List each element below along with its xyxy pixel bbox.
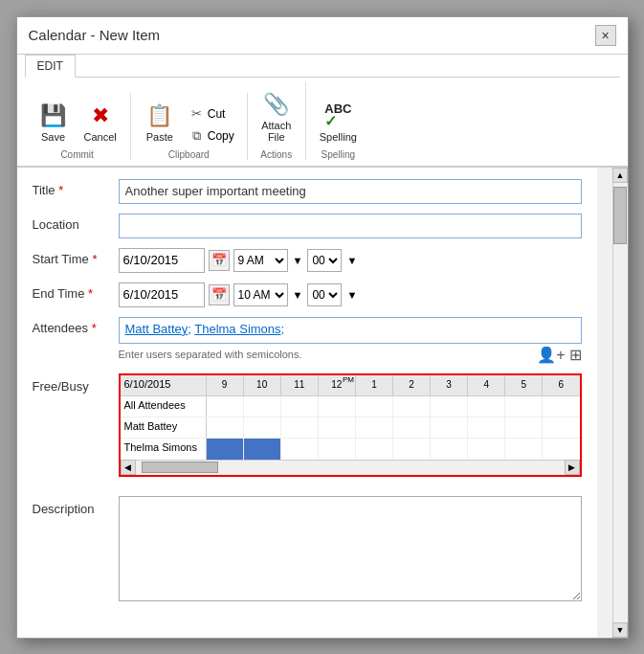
spelling-group-label: Spelling [322, 149, 356, 160]
spelling-buttons: ABC ✓ Spelling [314, 97, 363, 147]
scroll-thumb[interactable] [613, 187, 627, 244]
end-time-row: End Time * 📅 10 AM 11 AM 12 PM 1 PM ▼ [33, 282, 582, 307]
attendees-row: Attendees * Matt Battey; Thelma Simons; … [33, 317, 582, 364]
slot-all-4 [319, 396, 356, 417]
close-button[interactable]: × [595, 25, 616, 46]
start-date-input[interactable] [119, 248, 205, 273]
slot-matt-6 [393, 417, 431, 438]
save-label: Save [41, 131, 65, 143]
copy-icon: ⧉ [189, 128, 205, 144]
title-field [119, 179, 582, 204]
scroll-up-arrow[interactable]: ▲ [612, 168, 628, 183]
hour-10: 10 [244, 375, 281, 395]
calendar-new-item-dialog: Calendar - New Item × EDIT 💾 Save ✖ Canc… [16, 16, 629, 639]
freebusy-all-row [207, 396, 580, 417]
slot-matt-7 [431, 417, 468, 438]
hour-9: 9 [207, 375, 244, 395]
attendee-matt: Matt Battey [125, 322, 189, 336]
freebusy-hours-header: 9 10 11 12PM 1 2 3 4 5 6 [207, 375, 580, 396]
actions-buttons: 📎 AttachFile [255, 85, 298, 147]
tab-edit[interactable]: EDIT [25, 55, 76, 78]
hour-6: 6 [543, 375, 579, 395]
attendees-grid-icon[interactable]: ⊞ [569, 346, 582, 364]
paste-icon: 📋 [144, 101, 175, 131]
location-input[interactable] [119, 214, 582, 238]
commit-buttons: 💾 Save ✖ Cancel [33, 97, 122, 147]
end-date-input[interactable] [119, 282, 205, 307]
slot-thelma-10 [543, 439, 579, 460]
start-time-row: Start Time * 📅 9 AM 10 AM 11 AM 12 PM ▼ [33, 248, 582, 273]
dialog-body: Title * Location Start Time * [17, 168, 628, 638]
clipboard-buttons: 📋 Paste ✂ Cut ⧉ Copy [139, 97, 239, 147]
slot-matt-8 [468, 417, 505, 438]
start-calendar-button[interactable]: 📅 [209, 250, 230, 271]
slot-thelma-3 [281, 439, 319, 460]
slot-matt-2 [244, 417, 281, 438]
freebusy-matt: Matt Battey [121, 417, 207, 439]
slot-all-3 [281, 396, 319, 417]
start-hour-select[interactable]: 9 AM 10 AM 11 AM 12 PM [233, 249, 288, 272]
ribbon-group-clipboard: 📋 Paste ✂ Cut ⧉ Copy Clipboar [131, 93, 248, 160]
description-field [119, 496, 582, 604]
title-input[interactable] [119, 179, 582, 204]
hour-12: 12PM [319, 375, 356, 395]
slot-thelma-4 [319, 439, 356, 460]
slot-all-2 [244, 396, 281, 417]
end-time-label: End Time * [33, 282, 119, 301]
attach-icon: 📎 [261, 89, 292, 120]
cut-copy-column: ✂ Cut ⧉ Copy [185, 103, 239, 147]
start-time-field: 📅 9 AM 10 AM 11 AM 12 PM ▼ 00 15 30 [119, 248, 582, 273]
slot-thelma-busy-1 [207, 439, 244, 460]
end-calendar-button[interactable]: 📅 [209, 284, 230, 305]
dialog-title: Calendar - New Item [29, 27, 161, 43]
attach-file-button[interactable]: 📎 AttachFile [255, 85, 298, 147]
freebusy-grid: 9 10 11 12PM 1 2 3 4 5 6 [207, 375, 580, 460]
spelling-icon: ABC ✓ [322, 101, 353, 131]
ribbon-groups: 💾 Save ✖ Cancel Commit 📋 Paste [25, 81, 620, 160]
slot-all-1 [207, 396, 244, 417]
slot-thelma-6 [393, 439, 431, 460]
add-attendee-icon[interactable]: 👤+ [537, 346, 565, 364]
location-field [119, 214, 582, 238]
title-bar: Calendar - New Item × [17, 17, 628, 55]
hour-11: 11 [281, 375, 319, 395]
attendees-hint: Enter users separated with semicolons. [119, 349, 302, 360]
slot-thelma-7 [431, 439, 468, 460]
slot-matt-4 [319, 417, 356, 438]
slot-all-10 [543, 396, 579, 417]
end-datetime-row: 📅 10 AM 11 AM 12 PM 1 PM ▼ 00 15 30 [119, 282, 582, 307]
end-min-select[interactable]: 00 15 30 45 [307, 283, 342, 306]
end-hour-select[interactable]: 10 AM 11 AM 12 PM 1 PM [233, 283, 288, 306]
paste-button[interactable]: 📋 Paste [139, 97, 181, 147]
description-input[interactable] [119, 496, 582, 601]
copy-button[interactable]: ⧉ Copy [185, 125, 239, 147]
cut-icon: ✂ [189, 106, 205, 122]
save-button[interactable]: 💾 Save [33, 97, 75, 147]
hscroll-thumb[interactable] [142, 462, 218, 473]
paste-label: Paste [146, 131, 173, 143]
freebusy-thelma-row [207, 439, 580, 460]
ribbon-tabs: EDIT [25, 55, 620, 78]
freebusy-names: All Attendees Matt Battey Thelma Simons [121, 396, 207, 460]
spelling-button[interactable]: ABC ✓ Spelling [314, 97, 363, 147]
location-row: Location [33, 214, 582, 238]
attendees-input[interactable]: Matt Battey; Thelma Simons; [119, 317, 582, 344]
hour-2: 2 [393, 375, 431, 395]
location-label: Location [33, 214, 119, 232]
hour-4: 4 [468, 375, 505, 395]
start-time-label: Start Time * [33, 248, 119, 266]
hour-1: 1 [356, 375, 393, 395]
cancel-button[interactable]: ✖ Cancel [78, 97, 122, 147]
start-min-select[interactable]: 00 15 30 45 [307, 249, 342, 272]
freebusy-section: 6/10/2015 All Attendees Matt Battey Thel… [119, 373, 582, 477]
slot-matt-5 [356, 417, 393, 438]
cut-button[interactable]: ✂ Cut [185, 103, 239, 124]
cut-label: Cut [208, 107, 226, 121]
clipboard-group-label: Clipboard [168, 149, 210, 160]
hscroll-left-arrow[interactable]: ◀ [121, 460, 136, 475]
scroll-down-arrow[interactable]: ▼ [612, 622, 628, 638]
end-time-field: 📅 10 AM 11 AM 12 PM 1 PM ▼ 00 15 30 [119, 282, 582, 307]
hscroll-right-arrow[interactable]: ▶ [565, 460, 580, 475]
cancel-icon: ✖ [85, 101, 116, 131]
cancel-label: Cancel [84, 131, 117, 143]
